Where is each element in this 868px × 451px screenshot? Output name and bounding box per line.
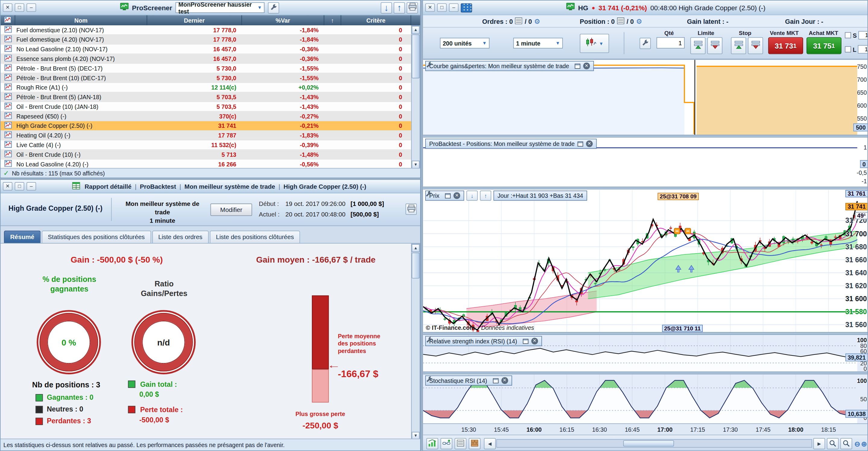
report-tab[interactable]: Résumé — [4, 231, 40, 243]
column-header-critere[interactable]: Critère — [341, 15, 411, 25]
report-breadcrumb-item[interactable]: High Grade Copper (2.50) (-) — [283, 183, 366, 190]
print-button[interactable] — [407, 2, 418, 13]
column-header-nom[interactable]: Nom — [15, 15, 147, 25]
timeframe-select[interactable]: 1 minute ▼ — [513, 38, 563, 49]
maximize-window-button[interactable]: □ — [15, 3, 25, 12]
screener-row[interactable]: Oil - Brent Crude (10) (JAN-18) 5 703,5 … — [1, 102, 412, 111]
scrollbar-thumb[interactable] — [412, 34, 420, 78]
market-depth-button[interactable] — [469, 438, 480, 449]
screener-row[interactable]: Pétrole - Brut Brent (10) (DEC-17) 5 730… — [1, 73, 412, 83]
scroll-up-button[interactable]: ▲ — [412, 26, 420, 34]
move-down-button[interactable]: ↓ — [381, 2, 392, 13]
screener-preset-select[interactable]: MonProScreener haussier test ▼ — [176, 2, 265, 13]
window-icon[interactable] — [523, 339, 528, 344]
zoom-out-button[interactable]: ⊖ — [854, 438, 861, 449]
quantity-input[interactable] — [657, 37, 685, 48]
window-icon[interactable] — [578, 141, 583, 146]
report-breadcrumb-item[interactable]: ProBacktest — [140, 183, 176, 190]
panel-splitter[interactable] — [423, 187, 868, 189]
link-windows-button[interactable] — [440, 438, 452, 449]
screener-settings-button[interactable] — [268, 2, 279, 13]
close-icon[interactable]: ✕ — [583, 63, 590, 69]
screener-row[interactable]: Pétrole - Brut Brent (5) (DEC-17) 5 730,… — [1, 64, 412, 73]
order-list-button[interactable] — [455, 438, 466, 449]
screener-row[interactable]: No Lead Gasoline (2.10) (NOV-17) 16 457,… — [1, 44, 412, 54]
screener-row[interactable]: Live Cattle (4) (-) 11 532(c) -0,39% 0 — [1, 140, 412, 150]
report-breadcrumb-item[interactable]: Rapport détaillé — [85, 183, 131, 190]
sell-stop-button[interactable] — [748, 37, 763, 54]
order-annotation[interactable]: 25@31 708 09 — [657, 193, 699, 200]
column-header-var[interactable]: %Var — [242, 15, 324, 25]
column-header-sort[interactable]: ↑ — [324, 15, 341, 25]
close-icon[interactable]: ✕ — [531, 337, 538, 344]
close-window-button[interactable]: ✕ — [3, 182, 12, 191]
panel-splitter[interactable] — [423, 332, 868, 334]
print-button[interactable] — [406, 203, 417, 215]
screener-row[interactable]: Fuel domestique (2.10) (NOV-17) 17 778,0… — [1, 25, 412, 35]
equity-panel-tab[interactable]: Courbe gains&pertes: Mon meilleur systèm… — [425, 61, 594, 71]
limit-checkbox[interactable] — [845, 46, 851, 53]
periodicity-button[interactable] — [427, 438, 438, 449]
scrollbar-thumb[interactable] — [412, 253, 420, 279]
maximize-window-button[interactable]: □ — [437, 3, 447, 12]
panel-splitter[interactable] — [423, 372, 868, 374]
screener-row[interactable]: Heating Oil (4.20) (-) 17 787 -1,83% 0 — [1, 131, 412, 140]
chart-type-button[interactable]: ▼ — [580, 34, 609, 53]
move-up-button[interactable]: ↑ — [394, 2, 405, 13]
window-menu-icon[interactable] — [461, 3, 472, 12]
scroll-left-button[interactable]: ◀ — [484, 438, 496, 449]
report-tab[interactable]: Statistiques des positions clôturées — [42, 231, 151, 243]
stop-checkbox[interactable] — [845, 32, 851, 39]
buy-market-button[interactable]: 31 751 — [806, 37, 841, 54]
screener-row[interactable]: Essence sans plomb (4.20) (NOV-17) 16 45… — [1, 54, 412, 64]
window-icon[interactable] — [445, 193, 451, 198]
gear-icon[interactable]: ⚙ — [636, 18, 642, 25]
zoom-tool-button[interactable] — [827, 438, 838, 449]
modify-button[interactable]: Modifier — [211, 203, 252, 216]
sell-market-button[interactable]: 31 731 — [768, 37, 803, 54]
maximize-window-button[interactable]: □ — [15, 182, 25, 191]
scroll-right-button[interactable]: ▶ — [813, 438, 825, 449]
report-tab[interactable]: Liste des positions clôturées — [210, 231, 300, 243]
export-up-button[interactable]: ↑ — [480, 191, 491, 201]
screener-row[interactable]: Pétrole - Brut Brent (5) (JAN-18) 5 703,… — [1, 93, 412, 102]
close-icon[interactable]: ✕ — [586, 140, 593, 147]
screener-row[interactable]: Oil - Brent Crude (10) (-) 5 713 -1,48% … — [1, 150, 412, 159]
gear-icon[interactable]: ⚙ — [534, 18, 540, 25]
report-scrollbar[interactable]: ▲ ▼ — [411, 244, 420, 440]
zoom-in-button[interactable]: ⊕ — [861, 438, 867, 449]
export-down-button[interactable]: ↓ — [467, 191, 478, 201]
close-icon[interactable]: ✕ — [501, 377, 508, 384]
price-panel-tab[interactable]: Prix ✕ — [425, 191, 464, 201]
buy-limit-button[interactable] — [690, 37, 706, 54]
sell-limit-button[interactable] — [707, 37, 722, 54]
order-annotation[interactable]: 25@31 710 11 — [662, 325, 703, 332]
header-icon-cell[interactable] — [1, 15, 16, 25]
limit-distance-input[interactable] — [858, 45, 868, 54]
horizontal-scrollbar[interactable] — [496, 439, 812, 448]
minimize-window-button[interactable]: – — [449, 3, 459, 12]
screener-scrollbar[interactable]: ▲ ▼ — [411, 25, 420, 169]
positions-panel-tab[interactable]: ProBacktest - Positions: Mon meilleur sy… — [425, 139, 596, 149]
screener-row[interactable]: High Grade Copper (2.50) (-) 31 741 -0,2… — [1, 121, 412, 131]
report-breadcrumb-item[interactable]: Mon meilleur système de trade — [185, 183, 275, 190]
screener-row[interactable]: Rapeseed (€50) (-) 370(c) -0,27% 0 — [1, 111, 412, 121]
panel-splitter[interactable] — [423, 135, 868, 137]
scrollbar-thumb[interactable] — [623, 440, 674, 447]
trading-settings-button[interactable] — [640, 38, 651, 49]
close-window-button[interactable]: ✕ — [3, 3, 12, 12]
orders-list-icon[interactable] — [515, 18, 522, 25]
rsi-panel-tab[interactable]: Relative strength index (RSI) (14) ✕ — [425, 336, 542, 346]
minimize-window-button[interactable]: – — [27, 3, 36, 12]
stoch-panel-tab[interactable]: Stochastique RSI (14) ✕ — [425, 375, 512, 386]
screener-row[interactable]: Fuel domestique (4.20) (NOV-17) 17 778,0… — [1, 35, 412, 44]
buy-stop-button[interactable] — [731, 37, 746, 54]
report-tab[interactable]: Liste des ordres — [152, 231, 208, 243]
screener-row[interactable]: Rough Rice (A1) (-) 12 114(c) +0,02% 0 — [1, 83, 412, 93]
positions-list-icon[interactable] — [617, 18, 624, 25]
window-icon[interactable] — [493, 378, 499, 383]
column-header-dernier[interactable]: Dernier — [147, 15, 242, 25]
close-window-button[interactable]: ✕ — [425, 3, 435, 12]
window-icon[interactable] — [575, 63, 581, 68]
units-select[interactable]: 200 unités ▼ — [440, 38, 490, 49]
